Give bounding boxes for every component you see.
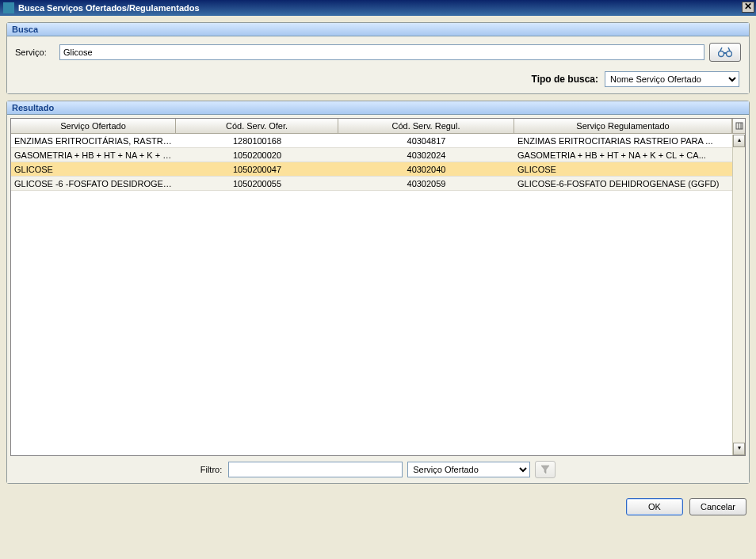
table-row[interactable]: GASOMETRIA + HB + HT + NA + K + CL ...10… xyxy=(11,148,745,162)
resultado-panel-header: Resultado xyxy=(7,101,749,115)
resultado-panel: Resultado Serviço Ofertado Cód. Serv. Of… xyxy=(6,101,750,484)
cell: GLICOSE xyxy=(514,162,745,176)
cell: 40302040 xyxy=(338,162,514,176)
cell: GASOMETRIA + HB + HT + NA + K + CL ... xyxy=(11,148,176,162)
funnel-icon xyxy=(540,465,550,474)
cell: ENZIMAS ERITROCITÁRIAS, RASTREIO P... xyxy=(11,134,176,147)
cell: 40302059 xyxy=(338,177,514,190)
col-cod-serv-ofer[interactable]: Cód. Serv. Ofer. xyxy=(176,119,338,133)
scroll-down-button[interactable]: ▾ xyxy=(733,443,745,455)
svg-point-0 xyxy=(719,51,724,57)
cell: 1280100168 xyxy=(176,134,338,147)
busca-panel: Busca Serviço: Tipo de busca: Nome Servi… xyxy=(6,22,750,94)
vertical-scrollbar[interactable]: ▴ ▾ xyxy=(732,135,745,455)
ok-button[interactable]: OK xyxy=(626,498,683,515)
cell: 40302024 xyxy=(338,148,514,162)
cell: 1050200020 xyxy=(176,148,338,162)
table-row[interactable]: GLICOSE105020004740302040GLICOSE xyxy=(11,162,745,177)
tipo-busca-label: Tipo de busca: xyxy=(532,74,598,85)
filtro-input[interactable] xyxy=(228,462,403,477)
grid-header: Serviço Ofertado Cód. Serv. Ofer. Cód. S… xyxy=(11,119,745,134)
tipo-busca-combo[interactable]: Nome Serviço Ofertado xyxy=(605,71,739,87)
filtro-combo[interactable]: Serviço Ofertado xyxy=(407,462,530,477)
filtro-label: Filtro: xyxy=(200,465,223,474)
table-row[interactable]: GLICOSE -6 -FOSFATO DESIDROGENASE1050200… xyxy=(11,177,745,191)
cell: 1050200055 xyxy=(176,177,338,190)
cell: GLICOSE-6-FOSFATO DEHIDROGENASE (GGFD) xyxy=(514,177,745,190)
dialog-button-bar: OK Cancelar xyxy=(0,490,756,523)
cell: GASOMETRIA + HB + HT + NA + K + CL + CA.… xyxy=(514,148,745,162)
servico-label: Serviço: xyxy=(15,48,55,57)
svg-point-1 xyxy=(727,51,732,57)
cell: GLICOSE -6 -FOSFATO DESIDROGENASE xyxy=(11,177,176,190)
svg-rect-2 xyxy=(724,52,727,54)
grid-body: ENZIMAS ERITROCITÁRIAS, RASTREIO P...128… xyxy=(11,134,745,191)
search-button[interactable] xyxy=(709,43,741,62)
column-chooser-icon xyxy=(735,122,743,130)
col-cod-serv-regul[interactable]: Cód. Serv. Regul. xyxy=(338,119,514,133)
scroll-up-button[interactable]: ▴ xyxy=(733,135,745,147)
col-servico-regulamentado[interactable]: Serviço Regulamentado xyxy=(514,119,732,133)
busca-panel-header: Busca xyxy=(7,23,749,36)
svg-rect-3 xyxy=(736,123,743,129)
col-servico-ofertado[interactable]: Serviço Ofertado xyxy=(11,119,176,133)
column-chooser-button[interactable] xyxy=(732,119,745,133)
cell: 40304817 xyxy=(338,134,514,147)
cell: ENZIMAS ERITROCITARIAS RASTREIO PARA ... xyxy=(514,134,745,147)
window-title: Busca Serviços Ofertados/Regulamentados xyxy=(18,3,200,13)
cell: GLICOSE xyxy=(11,162,176,176)
close-button[interactable]: ✕ xyxy=(742,2,754,13)
app-icon xyxy=(3,2,14,13)
servico-input[interactable] xyxy=(59,44,704,60)
cell: 1050200047 xyxy=(176,162,338,176)
table-row[interactable]: ENZIMAS ERITROCITÁRIAS, RASTREIO P...128… xyxy=(11,134,745,148)
binoculars-icon xyxy=(718,47,732,58)
title-bar: Busca Serviços Ofertados/Regulamentados … xyxy=(0,0,756,16)
apply-filter-button[interactable] xyxy=(535,461,556,478)
cancel-button[interactable]: Cancelar xyxy=(689,498,746,515)
result-grid: Serviço Ofertado Cód. Serv. Ofer. Cód. S… xyxy=(10,118,746,456)
